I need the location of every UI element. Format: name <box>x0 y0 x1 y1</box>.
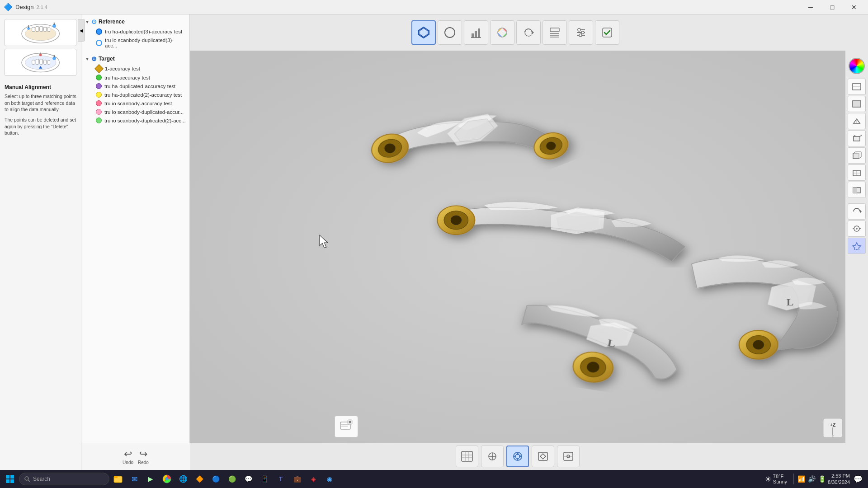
dot-icon-green <box>96 75 102 80</box>
view-section-button[interactable] <box>848 182 866 198</box>
svg-rect-122 <box>10 475 14 479</box>
sidebar-toggle[interactable]: ◀ <box>78 19 85 42</box>
tool-circle[interactable] <box>438 20 462 45</box>
select-icon <box>417 26 430 39</box>
taskbar-search[interactable]: Search <box>19 473 109 485</box>
taskbar-app8[interactable]: ◉ <box>322 472 337 486</box>
svg-rect-5 <box>43 27 47 31</box>
taskbar-app1[interactable]: 🔶 <box>192 472 207 486</box>
bottom-grid-button[interactable] <box>456 446 478 467</box>
tool-rotate[interactable] <box>516 20 541 45</box>
svg-rect-121 <box>6 475 9 479</box>
right-toolbar <box>845 54 868 470</box>
tree-item-target-1[interactable]: 1-accuracy test <box>81 64 189 73</box>
clock-time: 2:53 PM <box>828 473 850 479</box>
view-iso-button[interactable] <box>848 130 866 146</box>
taskbar-teams[interactable]: T <box>274 472 288 486</box>
close-button[interactable]: ✕ <box>844 0 864 14</box>
bottom-move3-button[interactable] <box>532 446 554 467</box>
tool-align[interactable] <box>542 20 567 45</box>
reference-header[interactable]: ▼ ⊙ Reference <box>81 16 189 27</box>
search-label: Search <box>33 476 50 482</box>
windows-icon <box>5 474 14 483</box>
volume-icon[interactable]: 🔊 <box>808 475 816 483</box>
window-controls: ─ □ ✕ <box>800 0 864 14</box>
tool-adjust[interactable] <box>569 20 593 45</box>
floating-edit-button[interactable] <box>340 419 353 434</box>
model-canvas[interactable]: L L <box>190 51 845 443</box>
network-icon[interactable]: 📶 <box>797 475 805 483</box>
bottom-move1-button[interactable] <box>481 446 504 467</box>
tool-chart[interactable] <box>464 20 488 45</box>
view-wireframe-button[interactable] <box>848 164 866 181</box>
maximize-button[interactable]: □ <box>822 0 843 14</box>
taskbar-terminal[interactable]: ▶ <box>143 472 158 486</box>
taskbar-clock[interactable]: 2:53 PM 8/30/2024 <box>828 473 850 486</box>
notification-button[interactable]: 💬 <box>854 475 863 483</box>
snap-button[interactable] <box>848 221 866 237</box>
view-top-button[interactable] <box>848 96 866 112</box>
taskbar-app5[interactable]: 📱 <box>257 472 272 486</box>
tree-item-ref-2[interactable]: tru io scanbody-duplicated(3)-acc... <box>81 36 189 50</box>
svg-rect-86 <box>853 188 857 193</box>
tool-select[interactable] <box>411 20 436 45</box>
svg-rect-16 <box>43 60 47 64</box>
reference-label: Reference <box>99 19 125 25</box>
color-wheel-button[interactable] <box>849 58 865 74</box>
sidebar: 3 1 3 2 Manual Alignme <box>0 14 81 470</box>
title-left: 🔷 Design 2.1.4 <box>4 3 47 11</box>
bottom-move2-button[interactable] <box>506 446 529 467</box>
view-front-button[interactable] <box>848 79 866 95</box>
tree-item-target-5[interactable]: tru io scanbody-accuracy test <box>81 99 189 108</box>
alignment-info: Manual Alignment Select up to three matc… <box>0 80 81 144</box>
tool-color[interactable] <box>490 20 514 45</box>
tree-item-target-6[interactable]: tru io scanbody-duplicated-accur... <box>81 108 189 116</box>
alignment-title: Manual Alignment <box>5 84 76 90</box>
taskbar: Search ✉ ▶ 🌐 🔶 🔵 🟢 💬 📱 T 💼 ◈ ◉ ☀ 78°F Su… <box>0 470 868 488</box>
reference-arrow: ▼ <box>85 19 90 24</box>
undo-button[interactable]: ↩ Undo <box>123 448 133 465</box>
bottom-move4-button[interactable] <box>557 446 580 467</box>
svg-point-125 <box>25 477 28 480</box>
taskbar-app2[interactable]: 🔵 <box>208 472 223 486</box>
tree-item-target-2[interactable]: tru ha-accuracy test <box>81 73 189 82</box>
taskbar-mail[interactable]: ✉ <box>127 472 142 486</box>
target-header[interactable]: ▼ ⊕ Target <box>81 53 189 64</box>
system-icons: 📶 🔊 🔋 <box>797 475 826 483</box>
target-arrow: ▼ <box>85 56 90 61</box>
minimize-button[interactable]: ─ <box>800 0 821 14</box>
upper-jaw-thumbnail[interactable]: 3 1 <box>5 19 76 46</box>
battery-icon[interactable]: 🔋 <box>818 475 826 483</box>
svg-text:+Z: +Z <box>830 422 835 427</box>
svg-rect-6 <box>47 28 50 32</box>
taskbar-edge[interactable]: 🌐 <box>176 472 190 486</box>
tree-item-ref-1[interactable]: tru ha-duplicated(3)-accuracy test <box>81 27 189 36</box>
taskbar-app4[interactable]: 💬 <box>241 472 255 486</box>
taskbar-app6[interactable]: 💼 <box>290 472 304 486</box>
svg-rect-77 <box>854 136 860 141</box>
svg-point-25 <box>445 28 455 38</box>
tree-panel: ▼ ⊙ Reference tru ha-duplicated(3)-accur… <box>81 14 190 470</box>
view-box-button[interactable] <box>848 147 866 164</box>
tree-item-target-7[interactable]: tru io scanbody-duplicated(2)-acc... <box>81 116 189 125</box>
taskbar-app7[interactable]: ◈ <box>306 472 321 486</box>
pin-button[interactable] <box>848 238 866 254</box>
target-item-2: tru ha-accuracy test <box>104 75 150 80</box>
tree-item-target-4[interactable]: tru ha-duplicated(2)-accuracy test <box>81 90 189 99</box>
alignment-desc1: Select up to three matching points on bo… <box>5 93 76 113</box>
lower-jaw-thumbnail[interactable]: 3 2 <box>5 49 76 76</box>
svg-rect-103 <box>462 451 472 461</box>
rotate-view-button[interactable] <box>848 203 866 220</box>
taskbar-chrome[interactable] <box>160 472 174 486</box>
app-version: 2.1.4 <box>36 5 47 10</box>
taskbar-explorer[interactable] <box>111 472 125 486</box>
bottom-toolbar <box>190 443 845 470</box>
viewport[interactable]: L L <box>190 51 845 443</box>
taskbar-app3[interactable]: 🟢 <box>225 472 239 486</box>
weather-icon: ☀ <box>765 475 771 483</box>
tree-item-target-3[interactable]: tru ha-duplicated-accuracy test <box>81 82 189 90</box>
redo-button[interactable]: ↪ Redo <box>138 448 149 465</box>
view-3d-button[interactable] <box>848 113 866 129</box>
start-button[interactable] <box>2 471 18 487</box>
tool-check[interactable] <box>595 20 619 45</box>
